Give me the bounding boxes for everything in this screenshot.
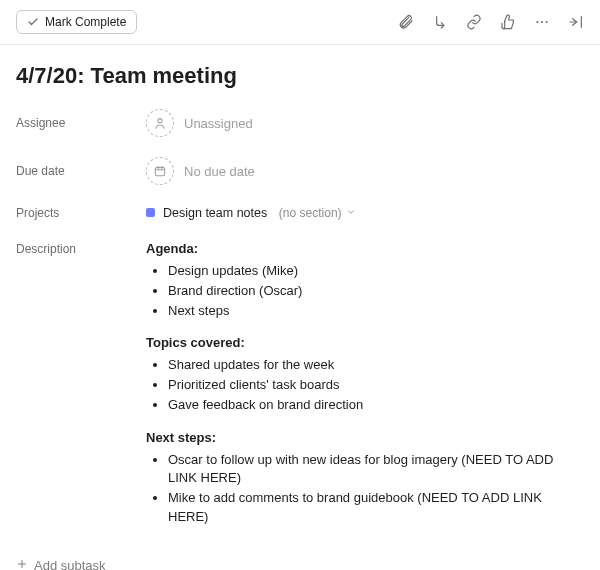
svg-point-0 bbox=[536, 21, 538, 23]
assignee-placeholder: Unassigned bbox=[184, 116, 253, 131]
projects-label: Projects bbox=[16, 206, 146, 220]
assignee-label: Assignee bbox=[16, 116, 146, 130]
description-heading: Agenda: bbox=[146, 241, 198, 256]
due-date-row: Due date No due date bbox=[16, 147, 584, 195]
mark-complete-button[interactable]: Mark Complete bbox=[16, 10, 137, 34]
more-icon[interactable] bbox=[534, 14, 550, 30]
description-list: Shared updates for the weekPrioritized c… bbox=[146, 356, 584, 415]
like-icon[interactable] bbox=[500, 14, 516, 30]
project-section-label: (no section) bbox=[279, 206, 342, 220]
task-title[interactable]: 4/7/20: Team meeting bbox=[0, 45, 600, 99]
add-subtask-label: Add subtask bbox=[34, 558, 106, 570]
assignee-value[interactable]: Unassigned bbox=[146, 109, 584, 137]
projects-row: Projects Design team notes (no section) bbox=[16, 195, 584, 230]
description-list-item: Next steps bbox=[168, 302, 584, 321]
description-section: Agenda:Design updates (Mike)Brand direct… bbox=[146, 240, 584, 320]
mark-complete-label: Mark Complete bbox=[45, 16, 126, 28]
task-fields: Assignee Unassigned Due date No due date… bbox=[0, 99, 600, 538]
description-list: Oscar to follow up with new ideas for bl… bbox=[146, 451, 584, 527]
due-date-label: Due date bbox=[16, 164, 146, 178]
description-list: Design updates (Mike)Brand direction (Os… bbox=[146, 262, 584, 321]
description-list-item: Mike to add comments to brand guidebook … bbox=[168, 489, 584, 527]
description-list-item: Brand direction (Oscar) bbox=[168, 282, 584, 301]
description-list-item: Gave feedback on brand direction bbox=[168, 396, 584, 415]
description-content[interactable]: Agenda:Design updates (Mike)Brand direct… bbox=[146, 240, 584, 528]
description-heading: Next steps: bbox=[146, 430, 216, 445]
description-section: Next steps:Oscar to follow up with new i… bbox=[146, 429, 584, 527]
collapse-icon[interactable] bbox=[568, 14, 584, 30]
projects-value: Design team notes (no section) bbox=[146, 205, 584, 220]
assignee-row: Assignee Unassigned bbox=[16, 99, 584, 147]
due-date-value[interactable]: No due date bbox=[146, 157, 584, 185]
subtask-icon[interactable] bbox=[432, 14, 448, 30]
description-list-item: Design updates (Mike) bbox=[168, 262, 584, 281]
svg-point-5 bbox=[158, 119, 162, 123]
person-icon bbox=[146, 109, 174, 137]
description-heading: Topics covered: bbox=[146, 335, 245, 350]
chevron-down-icon bbox=[346, 206, 356, 220]
description-row: Description Agenda:Design updates (Mike)… bbox=[16, 230, 584, 538]
check-icon bbox=[27, 16, 39, 28]
svg-point-1 bbox=[541, 21, 543, 23]
svg-rect-6 bbox=[155, 168, 164, 176]
toolbar-actions bbox=[398, 14, 584, 30]
description-list-item: Prioritized clients' task boards bbox=[168, 376, 584, 395]
calendar-icon bbox=[146, 157, 174, 185]
task-toolbar: Mark Complete bbox=[0, 0, 600, 45]
project-color-swatch bbox=[146, 208, 155, 217]
description-list-item: Oscar to follow up with new ideas for bl… bbox=[168, 451, 584, 489]
project-section-select[interactable]: (no section) bbox=[279, 206, 356, 220]
attachment-icon[interactable] bbox=[398, 14, 414, 30]
project-name: Design team notes bbox=[163, 206, 267, 220]
add-subtask-button[interactable]: Add subtask bbox=[0, 538, 122, 570]
description-list-item: Shared updates for the week bbox=[168, 356, 584, 375]
svg-point-2 bbox=[546, 21, 548, 23]
description-section: Topics covered:Shared updates for the we… bbox=[146, 334, 584, 414]
description-label: Description bbox=[16, 240, 146, 256]
due-date-placeholder: No due date bbox=[184, 164, 255, 179]
link-icon[interactable] bbox=[466, 14, 482, 30]
plus-icon bbox=[16, 558, 28, 570]
project-chip[interactable]: Design team notes bbox=[146, 206, 267, 220]
